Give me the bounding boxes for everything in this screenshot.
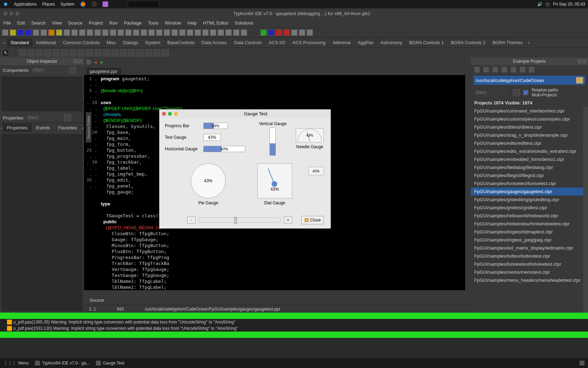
proj-tool-icon[interactable] bbox=[529, 67, 534, 73]
dlg-max-icon[interactable] bbox=[174, 112, 178, 116]
menu-run[interactable]: Run bbox=[109, 20, 118, 26]
editor-scrollbar[interactable] bbox=[465, 75, 471, 290]
project-item[interactable]: FpGUI/samples/led_matrix_display/ledmatr… bbox=[471, 244, 583, 252]
filter-icon[interactable] bbox=[513, 89, 520, 96]
tool-btn[interactable] bbox=[164, 29, 170, 36]
palette-item[interactable] bbox=[86, 49, 93, 56]
menu-project[interactable]: Project bbox=[89, 20, 103, 26]
tool-btn[interactable] bbox=[48, 29, 55, 36]
tab-acsio[interactable]: ACS I/O bbox=[265, 39, 289, 47]
step-button[interactable] bbox=[291, 29, 298, 36]
tool-btn[interactable] bbox=[233, 29, 239, 36]
maximize-icon[interactable] bbox=[15, 12, 19, 15]
tab-astronomy[interactable]: Astronomy bbox=[377, 39, 406, 47]
menu-source[interactable]: Source bbox=[68, 20, 83, 26]
step-button[interactable] bbox=[307, 29, 313, 36]
project-item[interactable]: FpGUI/samples/memo/memotest.ctpr bbox=[471, 268, 583, 276]
stop2-button[interactable] bbox=[284, 29, 290, 36]
palette-item[interactable] bbox=[19, 49, 26, 56]
panel-min-icon[interactable] bbox=[578, 59, 582, 63]
tool-btn[interactable] bbox=[179, 29, 186, 36]
menu-applications[interactable]: Applications bbox=[14, 2, 37, 7]
tab-properties[interactable]: Properties bbox=[3, 123, 32, 132]
tab-system[interactable]: System bbox=[142, 39, 164, 47]
tab-misc[interactable]: Misc bbox=[103, 39, 120, 47]
proptabs-right[interactable]: › bbox=[81, 126, 84, 130]
proj-tool-icon[interactable] bbox=[502, 67, 507, 73]
proj-tool-icon[interactable] bbox=[520, 67, 525, 73]
proj-tool-icon[interactable] bbox=[474, 67, 480, 73]
terminal-icon[interactable] bbox=[91, 1, 97, 7]
tabs-right[interactable]: › bbox=[526, 40, 531, 45]
message-row[interactable] bbox=[0, 313, 588, 319]
tool-save[interactable] bbox=[18, 29, 24, 36]
menu-package[interactable]: Package bbox=[124, 20, 142, 26]
project-item[interactable]: FpGUI/samples/gridtest/gridtest.ctpr bbox=[471, 204, 583, 212]
tab-additional[interactable]: Additional bbox=[33, 39, 59, 47]
project-item[interactable]: FpGUI/samples/fontselect/fontselect.ctpr bbox=[471, 179, 583, 188]
palette-item[interactable] bbox=[78, 49, 85, 56]
project-item[interactable]: FpGUI/samples/gridediting/gridediting.ct… bbox=[471, 196, 583, 204]
tool-btn[interactable] bbox=[172, 29, 178, 36]
editor-hscrollbar[interactable] bbox=[84, 290, 471, 295]
close-icon[interactable] bbox=[4, 12, 7, 15]
proj-tool-icon[interactable] bbox=[492, 67, 498, 73]
tool-new[interactable] bbox=[2, 29, 8, 36]
files-icon[interactable] bbox=[103, 1, 108, 7]
tool-btn[interactable] bbox=[156, 29, 162, 36]
tool-saveall[interactable] bbox=[25, 29, 31, 36]
tool-btn[interactable] bbox=[202, 29, 209, 36]
source-tab[interactable]: Source bbox=[90, 298, 104, 303]
project-item[interactable]: FpGUI/samples/hintwindow/hintwindowtest.… bbox=[471, 220, 583, 228]
menu-file[interactable]: File bbox=[4, 20, 11, 26]
tool-btn[interactable] bbox=[141, 29, 147, 36]
minus-button[interactable]: - bbox=[187, 217, 196, 224]
tool-btn[interactable] bbox=[195, 29, 201, 36]
panel-close-icon[interactable] bbox=[582, 59, 587, 63]
tab-favorites[interactable]: Favorites bbox=[54, 123, 81, 132]
palette-item[interactable] bbox=[120, 49, 127, 56]
clock[interactable]: Fri Sep 20, 05:43 bbox=[553, 2, 585, 7]
palette-item[interactable] bbox=[111, 49, 118, 56]
tool-btn[interactable] bbox=[210, 29, 216, 36]
project-item[interactable]: FpGUI/samples/helloworld/helloworld.ctpr bbox=[471, 212, 583, 220]
properties-grid[interactable] bbox=[1, 134, 83, 311]
run-button[interactable] bbox=[260, 29, 267, 36]
tool-btn[interactable] bbox=[187, 29, 193, 36]
step-button[interactable] bbox=[299, 29, 305, 36]
minimize-icon[interactable] bbox=[9, 12, 13, 15]
project-item[interactable]: FpGUI/samples/drag_n_drop/dndexample.ctp… bbox=[471, 131, 583, 139]
tool-btn[interactable] bbox=[102, 29, 108, 36]
menu-html-editor[interactable]: HTML Editor bbox=[203, 20, 228, 26]
message-row[interactable]: u_pdf.pas(1385,35) Warning: Implicit str… bbox=[0, 319, 588, 325]
tool-btn[interactable] bbox=[79, 29, 85, 36]
palette-item[interactable] bbox=[145, 49, 152, 56]
tray-icon[interactable] bbox=[580, 361, 584, 366]
palette-item[interactable] bbox=[162, 49, 169, 56]
palette-item[interactable] bbox=[153, 49, 160, 56]
menu-places[interactable]: Places bbox=[42, 2, 55, 7]
firefox-icon[interactable] bbox=[80, 1, 86, 7]
project-item[interactable]: FpGUI/samples/embedded_form/demo1.ctpr bbox=[471, 155, 583, 163]
relative-paths-checkbox[interactable] bbox=[523, 90, 528, 95]
nav-fwd-icon[interactable]: ► bbox=[100, 60, 104, 65]
tab-acsproc[interactable]: ACS Processing bbox=[289, 39, 329, 47]
tab-common[interactable]: Common Controls bbox=[59, 39, 103, 47]
taskbar-app[interactable]: Gauge Test bbox=[96, 361, 124, 366]
tool-btn[interactable] bbox=[33, 29, 39, 36]
filter-icon[interactable] bbox=[64, 114, 71, 121]
proj-tool-icon[interactable] bbox=[483, 67, 489, 73]
tool-btn[interactable] bbox=[41, 29, 47, 36]
dialog-titlebar[interactable]: Gauge Test bbox=[159, 109, 331, 118]
window-icon[interactable]: ◻ bbox=[546, 2, 550, 7]
tab-events[interactable]: Events bbox=[32, 123, 54, 132]
filter-icon[interactable] bbox=[69, 67, 76, 74]
project-item[interactable]: FpGUI/samples/command_interface/test.ctp… bbox=[471, 107, 583, 115]
tabs-left[interactable]: ‹ bbox=[2, 40, 7, 45]
project-item[interactable]: FpGUI/samples/listviewtest/listviewtest.… bbox=[471, 260, 583, 268]
palette-arrow[interactable]: ↖ bbox=[2, 49, 9, 56]
components-tree[interactable] bbox=[1, 76, 83, 111]
tool-open[interactable] bbox=[10, 29, 16, 36]
tool-btn[interactable] bbox=[133, 29, 139, 36]
tool-btn[interactable] bbox=[71, 29, 78, 36]
